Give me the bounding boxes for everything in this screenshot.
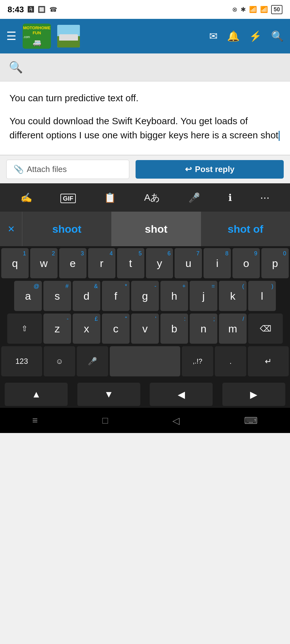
app-header: ☰ MOTORHOMEFUN .com 🚐 ✉ 🔔 ⚡ 🔍 bbox=[0, 19, 290, 53]
key-v[interactable]: ' v bbox=[131, 314, 159, 344]
text-cursor bbox=[279, 131, 280, 141]
key-y[interactable]: 6 y bbox=[146, 248, 173, 278]
arrow-right-key[interactable]: ▶ bbox=[222, 383, 285, 406]
key-d[interactable]: & d bbox=[73, 281, 100, 311]
key-g[interactable]: - g bbox=[131, 281, 159, 311]
more-icon[interactable]: ⋯ bbox=[257, 189, 273, 206]
sys-back-icon[interactable]: ◁ bbox=[172, 415, 180, 426]
key-l[interactable]: ) l bbox=[248, 281, 276, 311]
period-key[interactable]: . bbox=[215, 346, 246, 376]
menu-icon[interactable]: ☰ bbox=[6, 30, 16, 43]
keyboard-handwriting-icon[interactable]: ✍ bbox=[17, 189, 35, 206]
space-key[interactable] bbox=[110, 346, 180, 376]
clipboard-icon[interactable]: 📋 bbox=[101, 189, 119, 206]
shift-key[interactable]: ⇧ bbox=[7, 314, 42, 344]
key-h[interactable]: + h bbox=[160, 281, 188, 311]
mail-icon[interactable]: ✉ bbox=[209, 30, 218, 42]
key-o[interactable]: 9 o bbox=[232, 248, 260, 278]
key-row-2: @ a # s & d * f - g + h bbox=[1, 281, 289, 311]
suggestion-shot-of-text: shot of bbox=[228, 223, 263, 235]
key-row-1: 1 q 2 w 3 e 4 r 5 t 6 y bbox=[1, 248, 289, 278]
key-r[interactable]: 4 r bbox=[88, 248, 115, 278]
reply-icon: ↩ bbox=[185, 164, 192, 174]
keyboard-toolbar: ✍ GIF 📋 Aあ 🎤 ℹ ⋯ bbox=[0, 183, 290, 212]
key-row-4: 123 ☺ 🎤 ,.!? . ↵ bbox=[1, 346, 289, 376]
gif-icon[interactable]: GIF bbox=[57, 189, 79, 206]
num-key[interactable]: 123 bbox=[1, 346, 42, 376]
down-arrow-icon: ▼ bbox=[104, 389, 114, 400]
key-s[interactable]: # s bbox=[43, 281, 71, 311]
punct-key[interactable]: ,.!? bbox=[182, 346, 213, 376]
browser-icon: 🔲 bbox=[38, 6, 46, 13]
key-e-secondary: 3 bbox=[81, 251, 84, 256]
key-z[interactable]: - z bbox=[43, 314, 71, 344]
status-bar: 8:43 🅰 🔲 ☎ ⊗ ✱ 📶 📶 50 bbox=[0, 0, 290, 19]
key-e-primary: e bbox=[70, 258, 76, 269]
key-z-primary: z bbox=[55, 323, 60, 334]
key-m[interactable]: / m bbox=[219, 314, 247, 344]
post-reply-button[interactable]: ↩ Post reply bbox=[136, 160, 284, 179]
key-p[interactable]: 0 p bbox=[261, 248, 289, 278]
sys-menu-icon[interactable]: ≡ bbox=[32, 415, 38, 426]
key-b[interactable]: : b bbox=[160, 314, 188, 344]
key-i-secondary: 8 bbox=[225, 251, 228, 256]
suggestion-shoot-text: shoot bbox=[52, 223, 81, 235]
post-thumbnail[interactable] bbox=[57, 25, 80, 47]
key-o-secondary: 9 bbox=[254, 251, 257, 256]
mic-key[interactable]: 🎤 bbox=[77, 346, 108, 376]
key-a[interactable]: @ a bbox=[14, 281, 42, 311]
key-j[interactable]: = j bbox=[190, 281, 217, 311]
key-z-secondary: - bbox=[67, 316, 69, 322]
sys-keyboard-icon[interactable]: ⌨ bbox=[244, 415, 258, 426]
key-p-secondary: 0 bbox=[283, 251, 286, 256]
key-f-secondary: * bbox=[125, 283, 127, 289]
key-y-secondary: 6 bbox=[167, 251, 170, 256]
key-n[interactable]: ; n bbox=[190, 314, 217, 344]
arrow-left-key[interactable]: ◀ bbox=[150, 383, 213, 406]
emoji-key[interactable]: ☺ bbox=[44, 346, 75, 376]
key-n-secondary: ; bbox=[213, 316, 215, 322]
key-f[interactable]: * f bbox=[102, 281, 130, 311]
bluetooth-icon: ✱ bbox=[241, 6, 246, 13]
arrow-up-key[interactable]: ▲ bbox=[5, 383, 68, 406]
search-icon[interactable]: 🔍 bbox=[271, 30, 284, 42]
key-l-primary: l bbox=[261, 291, 263, 301]
key-w[interactable]: 2 w bbox=[30, 248, 58, 278]
app-logo[interactable]: MOTORHOMEFUN .com 🚐 bbox=[23, 24, 51, 49]
bell-icon[interactable]: 🔔 bbox=[227, 30, 240, 42]
suggestion-shot[interactable]: shot bbox=[111, 212, 201, 246]
key-c[interactable]: " c bbox=[102, 314, 130, 344]
key-s-secondary: # bbox=[65, 283, 69, 289]
info-icon[interactable]: ℹ bbox=[225, 189, 235, 206]
key-e[interactable]: 3 e bbox=[59, 248, 86, 278]
file-search-icon: 🔍 bbox=[9, 61, 23, 74]
enter-key[interactable]: ↵ bbox=[248, 346, 289, 376]
key-u-primary: u bbox=[185, 258, 191, 269]
sys-home-icon[interactable]: □ bbox=[102, 415, 108, 426]
key-k[interactable]: ( k bbox=[219, 281, 247, 311]
key-b-primary: b bbox=[171, 323, 177, 334]
key-u[interactable]: 7 u bbox=[175, 248, 202, 278]
battery-indicator: 50 bbox=[271, 5, 282, 14]
key-v-secondary: ' bbox=[155, 316, 156, 322]
key-i[interactable]: 8 i bbox=[204, 248, 231, 278]
key-q[interactable]: 1 q bbox=[1, 248, 29, 278]
arrow-down-key[interactable]: ▼ bbox=[77, 383, 140, 406]
mic-toolbar-icon[interactable]: 🎤 bbox=[185, 189, 203, 206]
attach-files-button[interactable]: 📎 Attach files bbox=[6, 160, 129, 179]
key-h-primary: h bbox=[171, 291, 177, 301]
key-x[interactable]: £ x bbox=[73, 314, 100, 344]
key-l-secondary: ) bbox=[271, 283, 273, 289]
dismiss-suggestions-button[interactable]: ✕ bbox=[0, 212, 22, 246]
logo-text: MOTORHOMEFUN bbox=[23, 25, 50, 35]
bottom-toolbar: 📎 Attach files ↩ Post reply bbox=[0, 155, 290, 183]
gif-label: GIF bbox=[60, 194, 76, 203]
language-icon[interactable]: Aあ bbox=[141, 188, 163, 207]
lightning-icon[interactable]: ⚡ bbox=[249, 30, 262, 42]
delete-key[interactable]: ⌫ bbox=[248, 314, 283, 344]
key-t[interactable]: 5 t bbox=[117, 248, 144, 278]
logo-sub: .com bbox=[23, 35, 50, 39]
suggestion-shoot[interactable]: shoot bbox=[22, 212, 111, 246]
key-i-primary: i bbox=[216, 258, 219, 269]
suggestion-shot-of[interactable]: shot of bbox=[201, 212, 290, 246]
